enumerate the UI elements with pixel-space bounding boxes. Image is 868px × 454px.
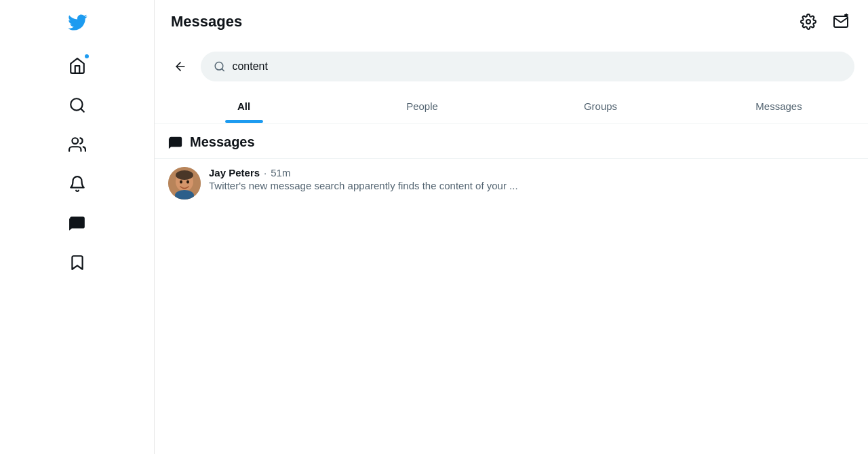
settings-button[interactable]: [795, 8, 822, 35]
svg-point-2: [72, 138, 78, 144]
svg-point-3: [806, 20, 810, 24]
page-title: Messages: [171, 13, 242, 31]
svg-point-13: [186, 181, 189, 184]
sidebar-item-home[interactable]: [60, 49, 94, 83]
avatar: [168, 167, 201, 200]
search-input[interactable]: [232, 60, 842, 73]
back-arrow-icon: [174, 60, 187, 73]
back-button[interactable]: [168, 54, 193, 79]
message-sender-name: Jay Peters: [209, 167, 260, 178]
message-preview: Twitter's new message search apparently …: [209, 180, 684, 191]
twitter-logo[interactable]: [60, 5, 94, 39]
search-bar: [201, 52, 854, 81]
sidebar-item-communities[interactable]: [60, 128, 94, 162]
messages-section-icon: [168, 135, 183, 150]
section-title: Messages: [168, 134, 854, 150]
gear-icon: [800, 14, 816, 30]
search-area: [155, 43, 868, 90]
tab-groups[interactable]: Groups: [511, 90, 690, 123]
search-icon: [214, 60, 225, 73]
message-header: Jay Peters · 51m: [209, 167, 854, 178]
home-notification-dot: [83, 53, 90, 60]
sidebar-item-messages[interactable]: [60, 206, 94, 240]
tabs: All People Groups Messages: [155, 90, 868, 124]
new-message-icon: [833, 14, 849, 30]
sidebar: [0, 0, 155, 454]
svg-point-11: [176, 170, 193, 180]
header: Messages: [155, 0, 868, 43]
svg-line-8: [222, 69, 224, 71]
tab-people[interactable]: People: [333, 90, 511, 123]
message-result-item[interactable]: Jay Peters · 51m Twitter's new message s…: [155, 159, 868, 208]
tab-all[interactable]: All: [155, 90, 333, 123]
sidebar-item-bookmarks[interactable]: [60, 246, 94, 280]
messages-section: Messages: [155, 124, 868, 159]
main-content: Messages: [155, 0, 868, 454]
sidebar-item-search[interactable]: [60, 88, 94, 122]
svg-point-12: [180, 181, 182, 184]
svg-line-1: [81, 109, 84, 112]
new-message-button[interactable]: [827, 8, 854, 35]
message-content: Jay Peters · 51m Twitter's new message s…: [209, 167, 854, 191]
message-time: 51m: [271, 167, 290, 178]
avatar-svg: [168, 167, 201, 200]
tab-messages[interactable]: Messages: [690, 90, 868, 123]
header-actions: [795, 8, 854, 35]
sidebar-item-notifications[interactable]: [60, 167, 94, 201]
